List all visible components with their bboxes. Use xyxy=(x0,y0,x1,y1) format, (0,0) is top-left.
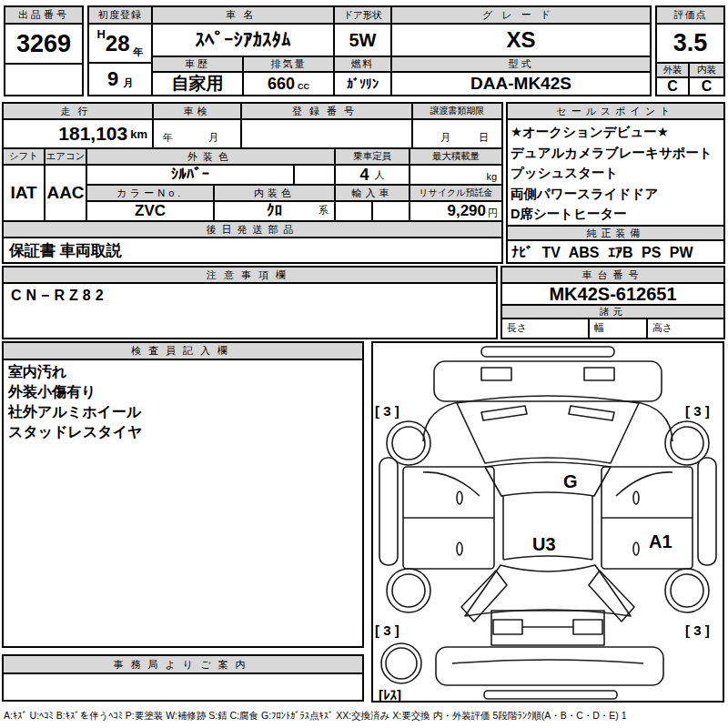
door-handle xyxy=(457,491,462,504)
taillight-left xyxy=(493,620,522,634)
first-reg-month: 9月 xyxy=(89,64,153,95)
fender-front-right-2 xyxy=(616,472,672,496)
aircon-value: AAC xyxy=(46,166,87,222)
oem-equip-label: 純正装備 xyxy=(508,225,723,241)
front-top-strip xyxy=(481,347,614,357)
mileage-value: 181,103km xyxy=(4,120,154,149)
shift-value: IAT xyxy=(4,166,46,222)
office-label: 事務局よりご案内 xyxy=(4,656,362,674)
specs-label: 諸元 xyxy=(502,306,723,319)
taillight-right xyxy=(573,620,602,634)
max-load-label: 最大積載量 xyxy=(410,149,501,166)
car-diagram: G U3 A1 [ 3 ] [ 3 ] [ 3 ] [ 3 ] [ﾚｽ] xyxy=(373,343,723,701)
interior-grade-value: C xyxy=(690,78,723,95)
middle-table: 走行 車検 登録番号 譲渡書類期限 181,103km 年 月 月 日 シフト … xyxy=(2,102,503,264)
model-code-value: DAA-MK42S xyxy=(392,73,650,95)
inspector-box: 検査員記入欄 室内汚れ 外装小傷有り 社外アルミホイール スタッドレスタイヤ xyxy=(2,341,364,648)
sales-points-list: ★オークションデビュー★ デュアルカメラブレーキサポート プッシュスタート 両側… xyxy=(508,121,723,225)
tailgate xyxy=(491,611,604,645)
top-table: 初度登録 H28年 9月 車名 ｽﾍﾟｰｼｱｶｽﾀﾑ 車歴 排気量 自家用 66… xyxy=(87,5,652,96)
transfer-deadline-label: 譲渡書類期限 xyxy=(413,104,501,120)
inspector-item: スタッドレスタイヤ xyxy=(8,422,358,442)
int-color-value: ｸﾛ系 xyxy=(215,202,336,222)
sales-point-item: 両側パワースライドドア xyxy=(511,184,721,205)
notes-value: CN−RZ82 xyxy=(4,284,496,338)
exterior-grade-label: 外装 xyxy=(657,64,690,78)
import-car-value-2 xyxy=(373,202,410,222)
sales-point-item: デュアルカメラブレーキサポート xyxy=(511,143,721,164)
inspector-item: 室内汚れ xyxy=(8,362,358,382)
ext-color-sub-cell xyxy=(295,166,336,186)
chassis-box: 車台番号 MK42S-612651 諸元 長さ 幅 高さ xyxy=(500,266,725,339)
inspector-notes: 室内汚れ 外装小傷有り 社外アルミホイール スタッドレスタイヤ xyxy=(4,361,362,645)
recycle-label: リサイクル預託金 xyxy=(410,186,501,202)
displacement-label: 排気量 xyxy=(244,57,335,73)
tire-mark-rear-right: [ 3 ] xyxy=(685,622,710,638)
ext-color-label: 外装色 xyxy=(87,149,336,166)
headlight-left xyxy=(481,368,511,380)
notes-box: 注意事項欄 CN−RZ82 xyxy=(2,266,498,339)
wiper-left xyxy=(481,406,527,420)
oem-equip-value: ﾅﾋﾞ TV ABS ｴｱB PS PW xyxy=(508,243,723,262)
spec-length-cell: 長さ xyxy=(502,319,590,338)
auction-sheet: { "top": { "auction_no": {"label": "出品番号… xyxy=(0,0,728,728)
inspector-item: 社外アルミホイール xyxy=(8,402,358,422)
sales-points-box: セールスポイント ★オークションデビュー★ デュアルカメラブレーキサポート プッ… xyxy=(506,102,725,264)
door-handle xyxy=(633,491,639,504)
auction-no-value: 3269 xyxy=(5,25,82,65)
auction-no-blank xyxy=(5,65,82,95)
fender-front-left-2 xyxy=(423,472,480,496)
door-shape-label: ドア形状 xyxy=(335,7,392,25)
first-reg-label: 初度登録 xyxy=(89,7,153,25)
rear-bumper xyxy=(436,647,663,685)
spec-height-cell: 高さ xyxy=(648,319,723,338)
sales-point-item: プッシュスタート xyxy=(511,163,721,184)
recycle-value: 9,290円 xyxy=(410,202,501,222)
chassis-no-label: 車台番号 xyxy=(502,268,723,284)
shift-label: シフト xyxy=(4,149,46,166)
exterior-grade-value: C xyxy=(657,78,690,95)
color-no-label: カラーNo. xyxy=(87,186,215,202)
model-code-label: 型式 xyxy=(392,57,650,73)
windshield-mark: G xyxy=(563,471,578,491)
grade-label: グレード xyxy=(392,7,650,25)
later-parts-value: 保証書 車両取説 xyxy=(4,238,501,262)
car-name-label: 車名 xyxy=(153,7,335,25)
tire-mark-front-left: [ 3 ] xyxy=(375,403,399,419)
inspector-label: 検査員記入欄 xyxy=(4,343,362,360)
windshield xyxy=(457,396,639,463)
door-handle xyxy=(633,542,639,555)
roof-rear-line xyxy=(503,556,592,560)
wheel-rear-right xyxy=(665,569,709,612)
sales-point-item: ★オークションデビュー★ xyxy=(511,122,721,143)
right-quarter-mark: A1 xyxy=(649,531,672,551)
max-load-unit: kg xyxy=(410,166,501,186)
office-blank xyxy=(4,674,362,700)
reg-no-value xyxy=(242,120,413,149)
inspector-item: 外装小傷有り xyxy=(8,382,358,402)
legend-text: A:ｷｽﾞ U:ﾍｺﾐ B:ｷｽﾞを伴うﾍｺﾐ P:要塗装 W:補修跡 S:錆 … xyxy=(4,710,725,725)
office-box: 事務局よりご案内 xyxy=(2,654,364,702)
sales-points-label: セールスポイント xyxy=(508,104,723,120)
tire-mark-front-right: [ 3 ] xyxy=(685,403,710,419)
door-handle xyxy=(457,542,462,555)
era-letter: H xyxy=(96,27,105,41)
import-car-label: 輸入車 xyxy=(336,186,410,202)
headlight-right xyxy=(584,368,614,380)
import-car-value xyxy=(336,202,373,222)
rear-bottom-strip xyxy=(484,691,617,699)
color-no-value: ZVC xyxy=(87,202,215,222)
car-diagram-box: G U3 A1 [ 3 ] [ 3 ] [ 3 ] [ 3 ] [ﾚｽ] xyxy=(371,341,724,703)
sales-point-item: D席シートヒーター xyxy=(511,204,721,225)
capacity-label: 乗車定員 xyxy=(336,149,410,166)
shaken-value: 年 月 xyxy=(154,120,242,149)
score-label: 評価点 xyxy=(657,7,723,25)
score-box: 評価点 3.5 外装 内装 C C xyxy=(655,5,725,96)
cowl-hood xyxy=(485,462,611,496)
spare-tire xyxy=(381,643,421,683)
displacement-value: 660CC xyxy=(244,73,335,95)
ext-color-value: ｼﾙﾊﾞｰ xyxy=(87,166,295,186)
history-value: 自家用 xyxy=(153,73,244,95)
spec-width-cell: 幅 xyxy=(590,319,648,338)
aircon-label: エアコン xyxy=(46,149,87,166)
